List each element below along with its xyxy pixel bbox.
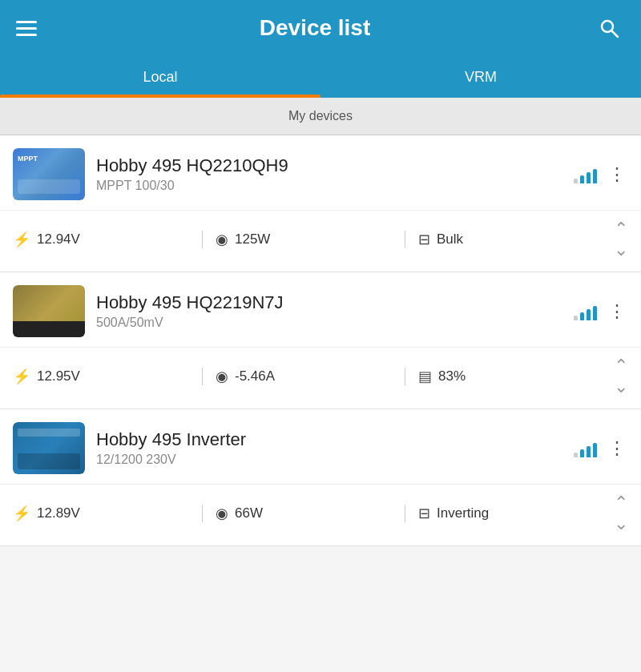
stat-current-value: -5.46A	[235, 368, 275, 384]
stat-power-value: 66W	[235, 505, 263, 521]
device-card: Hobby 495 HQ2210QH9 MPPT 100/30 ⋮ ⚡ 12.9…	[0, 135, 641, 272]
device-main-row: Hobby 495 Inverter 12/1200 230V ⋮	[0, 409, 641, 484]
device-card: Hobby 495 Inverter 12/1200 230V ⋮ ⚡ 12.8…	[0, 409, 641, 546]
stat-voltage-value: 12.95V	[37, 368, 80, 384]
signal-bar-1	[574, 316, 578, 320]
menu-button[interactable]	[16, 21, 37, 36]
stat-power: ◉ 125W	[202, 231, 405, 248]
power-icon: ◉	[216, 505, 228, 522]
stat-power: ◉ 66W	[202, 505, 405, 522]
device-card: Hobby 495 HQ2219N7J 500A/50mV ⋮ ⚡ 12.95V…	[0, 272, 641, 409]
stat-mode-value: Bulk	[437, 231, 463, 247]
device-actions: ⋮	[574, 300, 628, 324]
device-stats-row: ⚡ 12.94V ◉ 125W ⊟ Bulk ⌃⌄	[0, 210, 641, 272]
more-options-button[interactable]: ⋮	[605, 300, 628, 324]
stat-soc-value: 83%	[438, 368, 466, 384]
device-thumbnail	[13, 422, 85, 474]
device-image	[13, 422, 85, 474]
signal-bar-1	[574, 179, 578, 183]
svg-line-1	[612, 31, 619, 38]
soc-icon: ▤	[418, 368, 432, 385]
battery-icon: ⚡	[13, 368, 30, 385]
expand-button[interactable]: ⌃⌄	[614, 493, 628, 534]
signal-bar-3	[587, 446, 591, 457]
device-subtitle: 500A/50mV	[96, 316, 562, 330]
expand-button[interactable]: ⌃⌄	[614, 356, 628, 397]
device-list: Hobby 495 HQ2210QH9 MPPT 100/30 ⋮ ⚡ 12.9…	[0, 135, 641, 546]
device-actions: ⋮	[574, 163, 628, 187]
device-thumbnail	[13, 148, 85, 200]
battery-icon: ⚡	[13, 505, 30, 522]
device-stats-row: ⚡ 12.95V ◉ -5.46A ▤ 83% ⌃⌄	[0, 347, 641, 408]
tabs-bar: Local VRM	[0, 56, 641, 98]
stat-power-value: 125W	[235, 231, 270, 247]
battery-icon: ⚡	[13, 231, 30, 248]
signal-bar-2	[580, 312, 584, 320]
device-info: Hobby 495 Inverter 12/1200 230V	[96, 429, 562, 467]
signal-bar-3	[587, 309, 591, 320]
expand-button[interactable]: ⌃⌄	[614, 219, 628, 260]
more-options-button[interactable]: ⋮	[605, 163, 628, 187]
stat-voltage: ⚡ 12.89V	[13, 505, 202, 522]
signal-bar-3	[587, 172, 591, 183]
device-info: Hobby 495 HQ2219N7J 500A/50mV	[96, 292, 562, 330]
stat-current: ◉ -5.46A	[202, 368, 405, 385]
signal-bar-4	[593, 169, 597, 183]
tab-vrm[interactable]: VRM	[320, 56, 641, 98]
signal-indicator	[574, 303, 597, 320]
device-name: Hobby 495 Inverter	[96, 429, 562, 450]
stat-soc: ▤ 83%	[405, 368, 607, 385]
stat-mode: ⊟ Bulk	[405, 231, 607, 248]
signal-bar-1	[574, 453, 578, 457]
device-image	[13, 148, 85, 200]
signal-bar-4	[593, 443, 597, 457]
device-info: Hobby 495 HQ2210QH9 MPPT 100/30	[96, 155, 562, 193]
mode-icon: ⊟	[418, 505, 430, 522]
device-stats-row: ⚡ 12.89V ◉ 66W ⊟ Inverting ⌃⌄	[0, 484, 641, 545]
page-title: Device list	[37, 15, 593, 41]
device-thumbnail	[13, 285, 85, 337]
device-main-row: Hobby 495 HQ2219N7J 500A/50mV ⋮	[0, 272, 641, 347]
device-name: Hobby 495 HQ2219N7J	[96, 292, 562, 313]
signal-bar-2	[580, 449, 584, 457]
signal-bar-2	[580, 175, 584, 183]
stat-voltage: ⚡ 12.95V	[13, 368, 202, 385]
stat-voltage-value: 12.94V	[37, 231, 80, 247]
solar-icon: ◉	[216, 231, 228, 248]
device-subtitle: 12/1200 230V	[96, 453, 562, 467]
signal-bar-4	[593, 306, 597, 320]
stat-mode-value: Inverting	[437, 505, 489, 521]
device-main-row: Hobby 495 HQ2210QH9 MPPT 100/30 ⋮	[0, 135, 641, 210]
current-icon: ◉	[216, 368, 228, 385]
mode-icon: ⊟	[418, 231, 430, 248]
signal-indicator	[574, 440, 597, 457]
stat-mode: ⊟ Inverting	[405, 505, 607, 522]
section-header: My devices	[0, 98, 641, 135]
signal-indicator	[574, 166, 597, 183]
header: Device list	[0, 0, 641, 56]
device-subtitle: MPPT 100/30	[96, 179, 562, 193]
stat-voltage: ⚡ 12.94V	[13, 231, 202, 248]
search-button[interactable]	[593, 17, 625, 39]
stat-voltage-value: 12.89V	[37, 505, 80, 521]
device-image	[13, 285, 85, 337]
device-actions: ⋮	[574, 437, 628, 461]
tab-local[interactable]: Local	[0, 56, 320, 98]
more-options-button[interactable]: ⋮	[605, 437, 628, 461]
device-name: Hobby 495 HQ2210QH9	[96, 155, 562, 176]
